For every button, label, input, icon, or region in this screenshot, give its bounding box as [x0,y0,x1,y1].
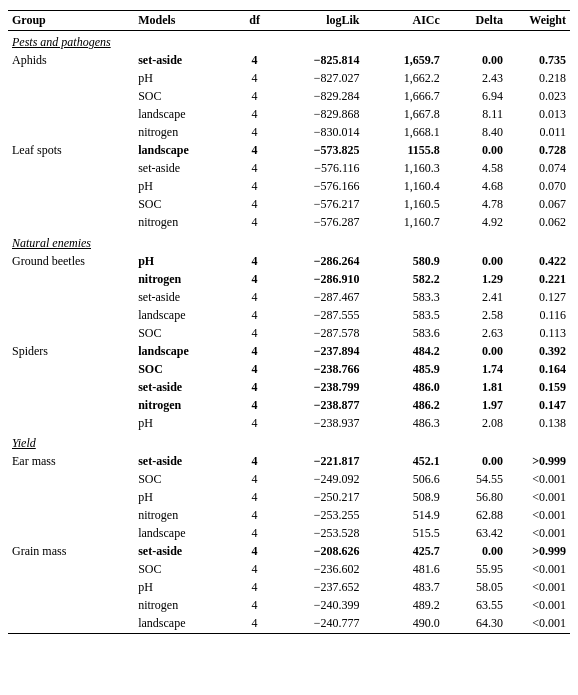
cell-delta: 4.68 [444,178,507,196]
cell-delta: 4.78 [444,196,507,214]
header-models: Models [134,11,237,31]
section-header-row: Natural enemies [8,232,570,253]
cell-models: pH [134,252,237,270]
cell-group [8,597,134,615]
cell-weight: 0.113 [507,324,570,342]
cell-aicc: 484.2 [364,342,444,360]
table-row: set-aside4−576.1161,160.34.580.074 [8,160,570,178]
cell-df: 4 [237,342,271,360]
cell-aicc: 481.6 [364,561,444,579]
header-aicc: AICc [364,11,444,31]
cell-df: 4 [237,579,271,597]
cell-delta: 1.81 [444,378,507,396]
cell-aicc: 506.6 [364,471,444,489]
cell-delta: 1.97 [444,396,507,414]
cell-group [8,507,134,525]
table-row: set-aside4−238.799486.01.810.159 [8,378,570,396]
cell-models: SOC [134,324,237,342]
cell-group [8,288,134,306]
cell-loglik: −830.014 [272,124,364,142]
results-table: Group Models df logLik AICc Delta Weight… [8,10,570,634]
header-delta: Delta [444,11,507,31]
cell-models: nitrogen [134,124,237,142]
table-row: SOC4−829.2841,666.76.940.023 [8,88,570,106]
cell-weight: 0.074 [507,160,570,178]
cell-group [8,196,134,214]
cell-df: 4 [237,561,271,579]
table-row: landscape4−253.528515.563.42<0.001 [8,525,570,543]
cell-delta: 0.00 [444,543,507,561]
cell-models: set-aside [134,160,237,178]
cell-delta: 64.30 [444,615,507,634]
cell-loglik: −238.877 [272,396,364,414]
cell-group [8,378,134,396]
cell-group [8,489,134,507]
cell-loglik: −238.937 [272,414,364,432]
cell-loglik: −221.817 [272,453,364,471]
cell-aicc: 486.3 [364,414,444,432]
cell-df: 4 [237,106,271,124]
cell-aicc: 486.2 [364,396,444,414]
cell-models: set-aside [134,288,237,306]
cell-models: set-aside [134,52,237,70]
cell-group: Leaf spots [8,142,134,160]
cell-group: Ground beetles [8,252,134,270]
cell-df: 4 [237,324,271,342]
cell-weight: <0.001 [507,489,570,507]
cell-aicc: 489.2 [364,597,444,615]
cell-delta: 1.74 [444,360,507,378]
cell-models: pH [134,414,237,432]
cell-group [8,561,134,579]
section-header-label: Pests and pathogens [8,31,570,52]
cell-df: 4 [237,178,271,196]
cell-delta: 2.63 [444,324,507,342]
section-header-row: Pests and pathogens [8,31,570,52]
cell-df: 4 [237,597,271,615]
cell-df: 4 [237,615,271,634]
cell-models: set-aside [134,378,237,396]
cell-group [8,396,134,414]
cell-group: Spiders [8,342,134,360]
cell-models: nitrogen [134,214,237,232]
table-row: Ear massset-aside4−221.817452.10.00>0.99… [8,453,570,471]
cell-loglik: −208.626 [272,543,364,561]
cell-models: SOC [134,360,237,378]
cell-loglik: −576.166 [272,178,364,196]
table-row: SOC4−236.602481.655.95<0.001 [8,561,570,579]
cell-delta: 0.00 [444,252,507,270]
cell-aicc: 1,659.7 [364,52,444,70]
cell-group: Aphids [8,52,134,70]
cell-delta: 8.11 [444,106,507,124]
cell-aicc: 1,668.1 [364,124,444,142]
cell-aicc: 583.6 [364,324,444,342]
cell-models: nitrogen [134,597,237,615]
cell-aicc: 580.9 [364,252,444,270]
cell-weight: 0.221 [507,270,570,288]
table-row: nitrogen4−253.255514.962.88<0.001 [8,507,570,525]
cell-loglik: −825.814 [272,52,364,70]
cell-weight: 0.011 [507,124,570,142]
cell-weight: 0.023 [507,88,570,106]
cell-weight: 0.067 [507,196,570,214]
cell-aicc: 485.9 [364,360,444,378]
table-header: Group Models df logLik AICc Delta Weight [8,11,570,31]
cell-group [8,214,134,232]
table-row: landscape4−287.555583.52.580.116 [8,306,570,324]
cell-models: landscape [134,615,237,634]
cell-models: SOC [134,471,237,489]
table-row: SOC4−238.766485.91.740.164 [8,360,570,378]
cell-delta: 1.29 [444,270,507,288]
table-row: SOC4−576.2171,160.54.780.067 [8,196,570,214]
table-row: nitrogen4−238.877486.21.970.147 [8,396,570,414]
cell-loglik: −286.910 [272,270,364,288]
cell-delta: 4.58 [444,160,507,178]
cell-aicc: 583.5 [364,306,444,324]
cell-loglik: −253.255 [272,507,364,525]
cell-delta: 56.80 [444,489,507,507]
cell-weight: 0.392 [507,342,570,360]
cell-group: Grain mass [8,543,134,561]
cell-models: pH [134,178,237,196]
table-row: SOC4−249.092506.654.55<0.001 [8,471,570,489]
cell-models: SOC [134,196,237,214]
table-row: pH4−238.937486.32.080.138 [8,414,570,432]
